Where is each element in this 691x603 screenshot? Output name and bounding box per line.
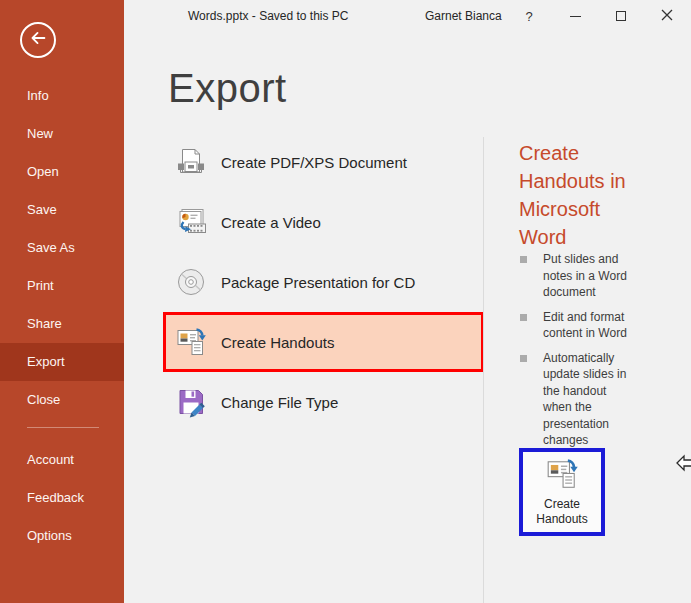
handouts-icon	[175, 326, 207, 358]
minimize-icon	[570, 16, 581, 17]
pdf-xps-icon	[175, 146, 207, 178]
panel-divider	[483, 137, 484, 603]
title-bar: Words.pptx - Saved to this PC Garnet Bia…	[124, 0, 691, 32]
sidebar-item-export[interactable]: Export	[0, 343, 124, 381]
option-create-pdf-xps[interactable]: Create PDF/XPS Document	[163, 132, 484, 192]
bullet-text: Edit and format content in Word	[543, 309, 629, 342]
back-arrow-icon	[27, 27, 49, 53]
file-type-icon	[175, 386, 207, 418]
create-handouts-button-label: Create Handouts	[527, 497, 597, 527]
option-package-for-cd[interactable]: Package Presentation for CD	[163, 252, 484, 312]
sidebar-item-new[interactable]: New	[0, 115, 124, 153]
document-title: Words.pptx - Saved to this PC	[188, 9, 349, 23]
mouse-cursor-icon	[676, 454, 691, 476]
sidebar-item-open[interactable]: Open	[0, 153, 124, 191]
create-handouts-button[interactable]: Create Handouts	[519, 448, 605, 536]
sidebar-item-share[interactable]: Share	[0, 305, 124, 343]
option-label: Package Presentation for CD	[221, 274, 415, 291]
backstage-sidebar: Info New Open Save Save As Print Share E…	[0, 0, 124, 603]
bullet-square-icon	[520, 355, 527, 362]
bullet-item: Put slides and notes in a Word document	[519, 251, 629, 301]
option-label: Create a Video	[221, 214, 321, 231]
bullet-square-icon	[520, 256, 527, 263]
detail-heading: Create Handouts in Microsoft Word	[519, 139, 633, 251]
powerpoint-backstage-window: Info New Open Save Save As Print Share E…	[0, 0, 691, 603]
sidebar-item-options[interactable]: Options	[0, 517, 124, 555]
sidebar-item-print[interactable]: Print	[0, 267, 124, 305]
maximize-button[interactable]	[606, 0, 636, 32]
sidebar-item-info[interactable]: Info	[0, 77, 124, 115]
bullet-text: Put slides and notes in a Word document	[543, 251, 629, 301]
sidebar-item-account[interactable]: Account	[0, 441, 124, 479]
close-icon	[661, 9, 673, 24]
sidebar-footer-nav: Account Feedback Options	[0, 441, 124, 555]
cd-icon	[175, 266, 207, 298]
help-icon: ?	[525, 9, 532, 24]
sidebar-item-feedback[interactable]: Feedback	[0, 479, 124, 517]
sidebar-item-close[interactable]: Close	[0, 381, 124, 419]
export-options-list: Create PDF/XPS Document	[163, 132, 484, 432]
bullet-square-icon	[520, 314, 527, 321]
option-label: Change File Type	[221, 394, 338, 411]
account-user-name[interactable]: Garnet Bianca	[425, 9, 502, 23]
maximize-icon	[616, 11, 626, 21]
video-icon	[175, 206, 207, 238]
sidebar-item-save-as[interactable]: Save As	[0, 229, 124, 267]
detail-bullet-list: Put slides and notes in a Word document …	[519, 251, 629, 457]
option-create-a-video[interactable]: Create a Video	[163, 192, 484, 252]
bullet-item: Automatically update slides in the hando…	[519, 350, 629, 449]
sidebar-item-save[interactable]: Save	[0, 191, 124, 229]
back-button[interactable]	[20, 22, 56, 58]
sidebar-nav: Info New Open Save Save As Print Share E…	[0, 77, 124, 419]
bullet-item: Edit and format content in Word	[519, 309, 629, 342]
sidebar-divider	[27, 427, 99, 428]
option-create-handouts[interactable]: Create Handouts	[163, 312, 484, 372]
close-button[interactable]	[652, 0, 682, 32]
option-change-file-type[interactable]: Change File Type	[163, 372, 484, 432]
option-label: Create PDF/XPS Document	[221, 154, 407, 171]
minimize-button[interactable]	[560, 0, 590, 32]
page-title: Export	[168, 66, 287, 111]
handouts-icon	[545, 457, 579, 491]
option-label: Create Handouts	[221, 334, 334, 351]
bullet-text: Automatically update slides in the hando…	[543, 350, 629, 449]
help-button[interactable]: ?	[514, 0, 544, 32]
